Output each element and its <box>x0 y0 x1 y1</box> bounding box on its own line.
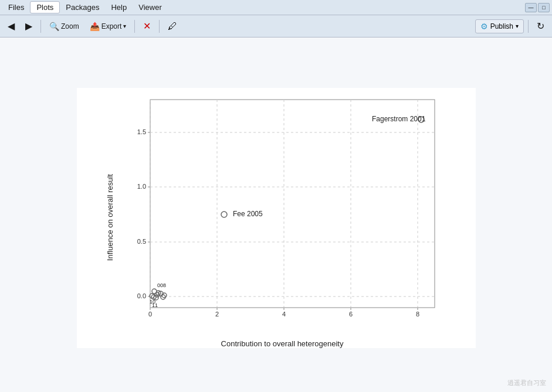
back-icon: ◀ <box>8 22 15 31</box>
svg-text:4: 4 <box>282 311 286 318</box>
publish-button[interactable]: ⚙ Publish ▾ <box>475 19 524 33</box>
svg-text:11: 11 <box>152 302 158 308</box>
svg-text:8: 8 <box>416 311 419 318</box>
svg-text:1.5: 1.5 <box>137 128 146 135</box>
separator-2 <box>134 20 135 33</box>
brush-icon: 🖊 <box>168 21 177 32</box>
watermark: 逍遥君自习室 <box>507 379 546 387</box>
svg-text:Fagerstrom 2001: Fagerstrom 2001 <box>372 115 426 123</box>
svg-text:0.0: 0.0 <box>137 292 146 299</box>
menubar: Files Plots Packages Help Viewer <box>0 0 552 15</box>
zoom-icon: 🔍 <box>49 22 59 31</box>
svg-text:2: 2 <box>215 311 219 318</box>
brush-button[interactable]: 🖊 <box>164 19 181 33</box>
zoom-label: Zoom <box>61 22 79 30</box>
svg-text:0: 0 <box>148 311 152 318</box>
export-arrow-icon: ▾ <box>123 23 126 29</box>
separator-3 <box>159 20 160 33</box>
zoom-button[interactable]: 🔍 Zoom <box>45 20 83 33</box>
menu-packages[interactable]: Packages <box>60 2 105 13</box>
svg-text:008: 008 <box>157 282 166 288</box>
svg-text:1.0: 1.0 <box>137 183 146 190</box>
export-icon: 📤 <box>90 22 100 31</box>
y-axis-label: Influence on overall result <box>106 174 114 261</box>
menu-help[interactable]: Help <box>105 2 133 13</box>
plot-area: Influence on overall result <box>0 38 552 392</box>
separator-1 <box>40 20 41 33</box>
menu-files[interactable]: Files <box>2 2 30 13</box>
toolbar: ◀ ▶ 🔍 Zoom 📤 Export ▾ ✕ 🖊 ⚙ Publish ▾ <box>0 15 552 38</box>
svg-text:Fee 2005: Fee 2005 <box>233 210 263 218</box>
publish-label: Publish <box>490 22 513 30</box>
chart-container: Influence on overall result <box>77 88 476 348</box>
maximize-button[interactable]: □ <box>538 3 550 12</box>
forward-icon: ▶ <box>25 22 32 31</box>
separator-4 <box>528 20 529 33</box>
window-controls: — □ <box>525 0 552 15</box>
clear-icon: ✕ <box>143 21 151 32</box>
x-axis-label: Contribution to overall heterogeneity <box>118 339 446 348</box>
clear-button[interactable]: ✕ <box>139 19 155 33</box>
export-button[interactable]: 📤 Export ▾ <box>86 20 131 33</box>
svg-text:0.5: 0.5 <box>137 238 146 245</box>
back-button[interactable]: ◀ <box>4 20 19 33</box>
menu-viewer[interactable]: Viewer <box>133 2 168 13</box>
export-label: Export <box>101 22 122 30</box>
minimize-button[interactable]: — <box>525 3 537 12</box>
svg-text:6: 6 <box>349 311 353 318</box>
refresh-icon: ↻ <box>537 21 544 32</box>
chart-svg: 0.0 0.5 1.0 1.5 0 2 <box>118 88 446 336</box>
menu-plots[interactable]: Plots <box>30 1 60 13</box>
refresh-button[interactable]: ↻ <box>533 19 548 33</box>
publish-arrow-icon: ▾ <box>516 23 519 29</box>
publish-icon: ⚙ <box>480 22 488 31</box>
forward-button[interactable]: ▶ <box>21 20 36 33</box>
svg-rect-1 <box>150 100 435 308</box>
